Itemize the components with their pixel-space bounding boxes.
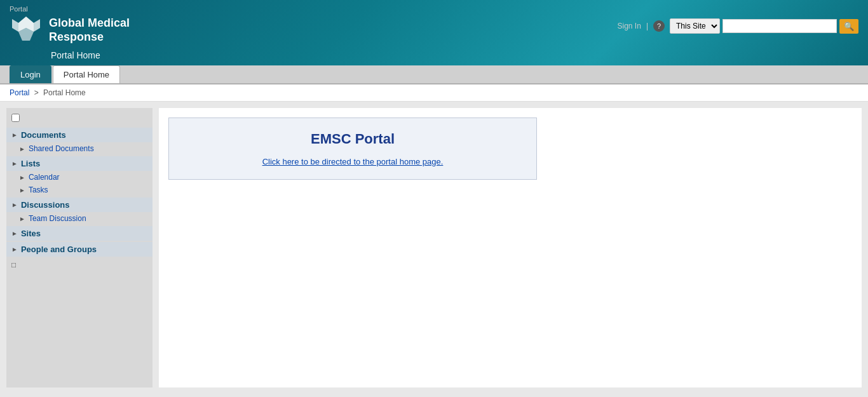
discussions-arrow-icon: ►	[11, 201, 18, 208]
tab-portal-home[interactable]: Portal Home	[53, 65, 120, 83]
sidebar-section-lists: ► Lists ► Calendar ► Tasks	[6, 156, 153, 196]
tasks-arrow-icon: ►	[19, 187, 25, 194]
sites-arrow-icon: ►	[11, 230, 18, 237]
search-button[interactable]: 🔍	[839, 19, 858, 34]
help-button[interactable]: ?	[653, 20, 665, 32]
people-groups-arrow-icon: ►	[11, 246, 18, 253]
documents-arrow-icon: ►	[11, 131, 18, 138]
sidebar-people-groups-header[interactable]: ► People and Groups	[6, 242, 153, 257]
sidebar-bottom-icon: □	[6, 258, 153, 272]
main-layout: ► Documents ► Shared Documents ► Lists ►…	[0, 102, 868, 394]
sidebar-discussions-header[interactable]: ► Discussions	[6, 198, 153, 212]
sidebar-sites-label: Sites	[21, 229, 41, 238]
logo-text: Global MedicalResponse	[49, 17, 130, 44]
sidebar-checkbox	[6, 111, 153, 126]
sidebar-lists-header[interactable]: ► Lists	[6, 156, 153, 171]
search-icon: 🔍	[844, 22, 854, 31]
breadcrumb-current: Portal Home	[43, 88, 86, 97]
content-area: EMSC Portal Click here to be directed to…	[159, 108, 862, 387]
sidebar-discussions-label: Discussions	[21, 200, 70, 210]
search-scope-select[interactable]: This Site	[670, 18, 720, 34]
sidebar-resize-icon[interactable]: □	[11, 260, 16, 269]
sidebar-documents-label: Documents	[21, 130, 66, 140]
sidebar-lists-label: Lists	[21, 159, 40, 168]
lists-arrow-icon: ►	[11, 160, 18, 167]
header: Portal Global MedicalResponse Sign In | …	[0, 0, 868, 65]
breadcrumb-portal[interactable]: Portal	[10, 88, 29, 97]
breadcrumb-sep: >	[34, 88, 39, 97]
breadcrumb: Portal > Portal Home	[0, 84, 868, 102]
sidebar-sites-header[interactable]: ► Sites	[6, 226, 153, 241]
search-input[interactable]	[722, 19, 837, 33]
emsc-portal-box: EMSC Portal Click here to be directed to…	[168, 118, 537, 180]
sign-in-link[interactable]: Sign In	[618, 22, 641, 30]
emsc-portal-link[interactable]: Click here to be directed to the portal …	[262, 157, 444, 166]
content-inner: EMSC Portal Click here to be directed to…	[159, 108, 862, 362]
shared-docs-arrow-icon: ►	[19, 145, 25, 152]
sidebar: ► Documents ► Shared Documents ► Lists ►…	[6, 108, 153, 387]
logo-icon	[10, 14, 43, 47]
sidebar-section-people-groups: ► People and Groups	[6, 242, 153, 257]
emsc-portal-title: EMSC Portal	[188, 131, 517, 147]
calendar-arrow-icon: ►	[19, 174, 25, 181]
sidebar-documents-header[interactable]: ► Documents	[6, 128, 153, 142]
tab-login[interactable]: Login	[10, 65, 51, 83]
svg-marker-3	[34, 19, 40, 32]
search-area: This Site 🔍	[670, 18, 858, 34]
svg-marker-2	[12, 19, 18, 32]
sidebar-item-calendar[interactable]: ► Calendar	[6, 171, 153, 184]
sidebar-item-shared-documents[interactable]: ► Shared Documents	[6, 142, 153, 155]
sidebar-item-tasks[interactable]: ► Tasks	[6, 184, 153, 196]
portal-link[interactable]: Portal	[10, 5, 130, 13]
sidebar-section-sites: ► Sites	[6, 226, 153, 241]
portal-home-title: Portal Home	[0, 50, 868, 65]
header-top: Portal Global MedicalResponse Sign In | …	[0, 0, 868, 50]
sidebar-item-team-discussion[interactable]: ► Team Discussion	[6, 212, 153, 225]
sidebar-section-documents: ► Documents ► Shared Documents	[6, 128, 153, 155]
team-discussion-arrow-icon: ►	[19, 215, 25, 222]
header-right: Sign In | ? This Site 🔍	[618, 18, 858, 34]
sidebar-people-groups-label: People and Groups	[21, 245, 97, 254]
sidebar-toggle-checkbox[interactable]	[11, 114, 20, 122]
nav-tabs-bar: Login Portal Home	[0, 65, 868, 84]
sidebar-section-discussions: ► Discussions ► Team Discussion	[6, 198, 153, 225]
logo-area: Portal Global MedicalResponse	[10, 5, 130, 47]
